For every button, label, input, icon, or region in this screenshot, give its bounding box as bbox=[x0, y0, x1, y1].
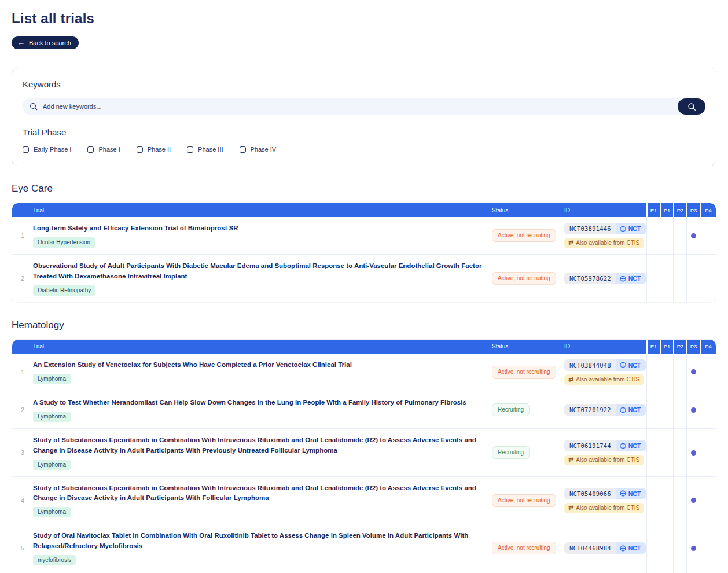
row-number: 4 bbox=[12, 477, 33, 524]
table-header-main: Trial Status ID bbox=[12, 340, 646, 354]
back-button-label: Back to search bbox=[29, 39, 71, 46]
phase-cells bbox=[646, 477, 716, 524]
status-cell: Active, not recruiting bbox=[492, 524, 564, 572]
phase-cells bbox=[646, 354, 716, 391]
nct-chip[interactable]: NCT03891446 NCT bbox=[564, 223, 646, 234]
checkbox-box[interactable] bbox=[23, 146, 29, 153]
trial-title[interactable]: Observational Study of Adult Participant… bbox=[33, 261, 486, 281]
id-cell: NCT07201922 NCT bbox=[564, 391, 646, 428]
nct-registry-badge: NCT bbox=[616, 359, 646, 371]
phase-cell-e1 bbox=[646, 217, 660, 254]
checkbox-label: Phase III bbox=[198, 146, 223, 153]
row-number: 1 bbox=[12, 354, 33, 391]
col-id: ID bbox=[564, 343, 646, 350]
phase-cell-p4 bbox=[700, 255, 716, 302]
sections: Eye Care Trial Status ID E1P1P2P3P4 1 Lo… bbox=[12, 183, 716, 573]
checkbox-box[interactable] bbox=[87, 146, 94, 153]
checkbox-phase-3[interactable]: Phase III bbox=[187, 146, 223, 153]
condition-tag: myelofibrosis bbox=[33, 555, 76, 565]
phase-dot bbox=[691, 233, 696, 238]
status-badge: Active, not recruiting bbox=[492, 366, 556, 379]
col-phase-p3: P3 bbox=[687, 203, 700, 217]
checkbox-phase-4[interactable]: Phase IV bbox=[240, 146, 277, 153]
phase-cell-p4 bbox=[700, 477, 716, 524]
ctis-label: Also available from CTIS bbox=[576, 505, 639, 511]
status-cell: Recruiting bbox=[492, 429, 564, 476]
nct-chip[interactable]: NCT05409066 NCT bbox=[564, 488, 646, 499]
nct-chip[interactable]: NCT05978622 NCT bbox=[564, 273, 646, 284]
trial-section: Hematology Trial Status ID E1P1P2P3P4 1 … bbox=[12, 319, 716, 573]
checkbox-box[interactable] bbox=[137, 146, 143, 153]
table-row: 5 Study of Oral Navitoclax Tablet in Com… bbox=[12, 524, 716, 572]
nct-registry-badge: NCT bbox=[616, 223, 646, 234]
globe-icon bbox=[620, 362, 626, 368]
phase-cell-p3 bbox=[686, 354, 700, 391]
trial-title[interactable]: Long-term Safety and Efficacy Extension … bbox=[33, 223, 486, 233]
condition-tag: Lymphoma bbox=[33, 374, 71, 384]
table-body: 1 An Extension Study of Venetoclax for S… bbox=[12, 354, 716, 573]
trial-cell: Observational Study of Adult Participant… bbox=[33, 255, 492, 302]
nct-label: NCT bbox=[628, 406, 641, 413]
trial-title[interactable]: Study of Subcutaneous Epcoritamab in Com… bbox=[33, 435, 486, 456]
trial-table: Trial Status ID E1P1P2P3P4 1 Long-term S… bbox=[12, 203, 716, 303]
trial-cell: Study of Subcutaneous Epcoritamab in Com… bbox=[33, 477, 492, 524]
table-body: 1 Long-term Safety and Efficacy Extensio… bbox=[12, 217, 716, 302]
trial-title[interactable]: Study of Oral Navitoclax Tablet in Combi… bbox=[33, 531, 486, 551]
back-to-search-button[interactable]: ← Back to search bbox=[12, 36, 79, 49]
globe-icon bbox=[620, 276, 626, 282]
keyword-search-input[interactable] bbox=[38, 98, 705, 115]
condition-tag: Lymphoma bbox=[33, 507, 71, 517]
phase-cell-p2 bbox=[673, 524, 686, 572]
keyword-search-field[interactable] bbox=[23, 98, 705, 115]
checkbox-phase-2[interactable]: Phase II bbox=[137, 146, 171, 153]
id-cell: NCT05978622 NCT bbox=[564, 255, 646, 302]
condition-tag: Diabetic Retinopathy bbox=[33, 285, 95, 296]
condition-tag: Lymphoma bbox=[33, 412, 71, 422]
trial-cell: An Extension Study of Venetoclax for Sub… bbox=[33, 354, 492, 391]
nct-chip[interactable]: NCT07201922 NCT bbox=[564, 404, 646, 416]
nct-id: NCT05978622 bbox=[564, 273, 616, 284]
phase-dot bbox=[691, 546, 696, 551]
search-submit-button[interactable] bbox=[678, 98, 705, 115]
trial-cell: Study of Oral Navitoclax Tablet in Combi… bbox=[33, 524, 492, 572]
condition-tag: Ocular Hypertension bbox=[33, 237, 95, 248]
phase-cell-p1 bbox=[660, 429, 673, 476]
trial-cell: Long-term Safety and Efficacy Extension … bbox=[33, 217, 492, 254]
checkbox-early-phase-1[interactable]: Early Phase I bbox=[23, 146, 71, 153]
search-icon bbox=[30, 102, 38, 111]
nct-id: NCT07201922 bbox=[564, 404, 616, 416]
nct-label: NCT bbox=[628, 362, 641, 369]
trial-title[interactable]: An Extension Study of Venetoclax for Sub… bbox=[33, 360, 486, 370]
phase-cell-e1 bbox=[646, 477, 660, 524]
nct-label: NCT bbox=[628, 490, 641, 497]
globe-icon bbox=[620, 545, 626, 552]
checkbox-box[interactable] bbox=[187, 146, 193, 153]
phase-cell-p2 bbox=[673, 255, 686, 302]
page: List all trials ← Back to search Keyword… bbox=[0, 0, 728, 573]
phase-cells bbox=[646, 524, 716, 572]
phase-cell-p4 bbox=[700, 354, 716, 391]
phase-cell-p3 bbox=[686, 391, 700, 428]
status-badge: Active, not recruiting bbox=[492, 229, 556, 242]
ctis-badge: ⇄ Also available from CTIS bbox=[564, 374, 644, 385]
checkbox-phase-1[interactable]: Phase I bbox=[87, 146, 120, 153]
nct-registry-badge: NCT bbox=[616, 542, 646, 554]
phase-dot bbox=[691, 450, 696, 456]
status-cell: Active, not recruiting bbox=[492, 477, 564, 524]
transfer-arrows-icon: ⇄ bbox=[568, 505, 573, 511]
nct-chip[interactable]: NCT06191744 NCT bbox=[564, 440, 646, 451]
checkbox-box[interactable] bbox=[240, 146, 246, 153]
table-row: 4 Study of Subcutaneous Epcoritamab in C… bbox=[12, 476, 716, 524]
nct-chip[interactable]: NCT03844048 NCT bbox=[564, 359, 646, 371]
id-cell: NCT04468984 NCT bbox=[564, 524, 646, 572]
nct-id: NCT05409066 bbox=[564, 488, 616, 499]
phase-cell-p3 bbox=[686, 524, 700, 572]
trial-title[interactable]: A Study to Test Whether Nerandomilast Ca… bbox=[33, 398, 486, 407]
table-header: Trial Status ID E1P1P2P3P4 bbox=[12, 203, 716, 217]
table-header-main: Trial Status ID bbox=[12, 203, 646, 217]
ctis-badge: ⇄ Also available from CTIS bbox=[564, 503, 644, 513]
trial-title[interactable]: Study of Subcutaneous Epcoritamab in Com… bbox=[33, 483, 486, 504]
nct-chip[interactable]: NCT04468984 NCT bbox=[564, 542, 646, 554]
back-arrow-icon: ← bbox=[17, 39, 25, 46]
phase-cell-e1 bbox=[646, 524, 660, 572]
